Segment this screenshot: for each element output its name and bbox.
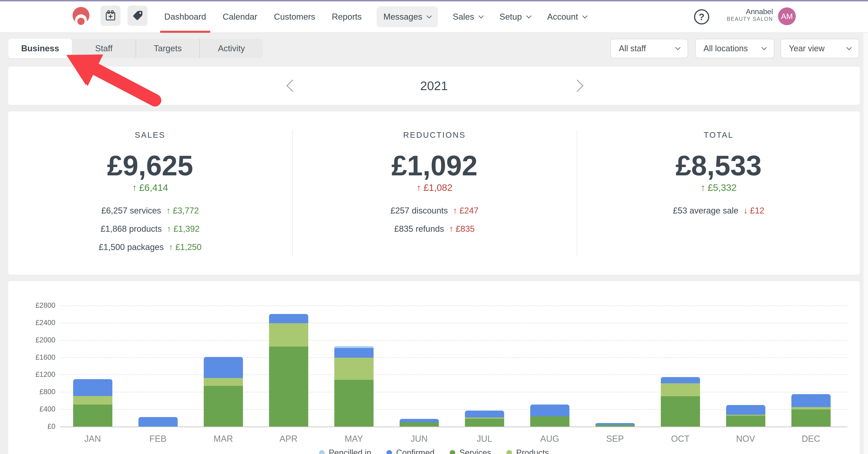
- stat-label-reductions: REDUCTIONS: [292, 130, 577, 140]
- stat-details-sales: £6,257 services↑£3,772£1,868 products↑£1…: [8, 201, 292, 256]
- stat-value-sales: £9,625: [8, 148, 292, 183]
- stacked-bar-feb[interactable]: [138, 417, 178, 426]
- legend-dot-icon: [319, 450, 324, 454]
- calendar-add-icon: [104, 10, 117, 22]
- legend-item-products[interactable]: Products: [506, 448, 549, 454]
- nav-item-reports[interactable]: Reports: [323, 1, 370, 32]
- bar-segment-products: [334, 358, 374, 380]
- tag-button[interactable]: [128, 5, 148, 26]
- bar-segment-services: [530, 416, 569, 426]
- stat-value-reductions: £1,092: [292, 148, 577, 183]
- bar-segment-services: [726, 416, 765, 426]
- stacked-bar-jul[interactable]: [465, 410, 504, 426]
- help-icon[interactable]: ?: [694, 9, 709, 25]
- legend-label: Confirmed: [396, 448, 434, 454]
- nav-item-text: Reports: [332, 12, 362, 22]
- user-org: BEAUTY SALON: [727, 16, 773, 22]
- x-axis-label-apr: APR: [256, 434, 321, 444]
- y-axis-tick-label: £1200: [21, 370, 55, 379]
- x-axis-label-mar: MAR: [191, 434, 256, 444]
- legend-label: Products: [516, 448, 549, 454]
- stacked-bar-apr[interactable]: [269, 314, 308, 426]
- avatar[interactable]: AM: [778, 7, 796, 25]
- stat-column-total: TOTAL£8,533↑£5,332£53 average sale↓£12: [577, 111, 860, 275]
- tab-business[interactable]: Business: [8, 39, 72, 58]
- location-filter-select[interactable]: All locations: [695, 39, 774, 58]
- bar-segment-services: [465, 419, 504, 426]
- legend-item-services[interactable]: Services: [450, 448, 491, 454]
- bar-slot-dec: [778, 306, 843, 426]
- view-filter-select[interactable]: Year view: [780, 39, 859, 58]
- stacked-bar-nov[interactable]: [726, 405, 765, 426]
- detail-text: £6,257 services: [101, 206, 161, 216]
- x-axis-label-may: MAY: [321, 434, 386, 444]
- tab-activity[interactable]: Activity: [199, 39, 263, 58]
- bar-segment-services: [334, 380, 374, 426]
- nav-item-label: Messages: [376, 6, 438, 27]
- stat-detail-row: £53 average sale↓£12: [577, 201, 860, 220]
- nav-item-label: Setup: [499, 12, 531, 22]
- detail-change: £12: [750, 206, 765, 216]
- legend-item-confirmed[interactable]: Confirmed: [386, 448, 434, 454]
- nav-item-setup[interactable]: Setup: [491, 1, 539, 32]
- nav-item-label: Reports: [332, 12, 362, 22]
- stat-detail-row: £257 discounts↑£247: [292, 201, 577, 220]
- stacked-bar-jan[interactable]: [73, 379, 112, 426]
- stat-change-value: £5,332: [708, 182, 737, 193]
- nav-item-sales[interactable]: Sales: [444, 1, 491, 32]
- bar-segment-confirmed: [334, 348, 374, 358]
- bar-segment-services: [595, 425, 635, 426]
- detail-change: £247: [460, 206, 478, 216]
- staff-filter-select[interactable]: All staff: [611, 39, 688, 58]
- x-axis-label-jul: JUL: [452, 434, 517, 444]
- chevron-down-icon: [526, 13, 531, 19]
- bar-segment-services: [204, 386, 243, 426]
- stacked-bar-sep[interactable]: [595, 423, 635, 426]
- main-nav: DashboardCalendarCustomersReportsMessage…: [156, 1, 595, 32]
- arrow-up-icon: ↑: [166, 206, 170, 216]
- bar-segment-pencilled-in: [334, 346, 374, 348]
- bar-slot-jan: [60, 306, 125, 426]
- stacked-bar-jun[interactable]: [400, 419, 439, 426]
- chart-legend: Pencilled inConfirmedServicesProducts: [8, 448, 860, 454]
- ovatu-logo-icon[interactable]: [72, 7, 90, 25]
- legend-label: Services: [459, 448, 491, 454]
- nav-item-text: Account: [547, 12, 578, 22]
- bar-slot-sep: [582, 306, 648, 426]
- bar-segment-confirmed: [792, 394, 831, 407]
- legend-item-pencilled-in[interactable]: Pencilled in: [319, 448, 371, 454]
- detail-text: £1,500 packages: [99, 243, 164, 252]
- stat-label-sales: SALES: [8, 130, 292, 140]
- arrow-up-icon: ↑: [167, 224, 171, 234]
- tab-staff[interactable]: Staff: [72, 39, 136, 58]
- bar-slot-apr: [256, 306, 321, 426]
- arrow-up-icon: ↑: [449, 224, 454, 234]
- nav-item-dashboard[interactable]: Dashboard: [156, 1, 214, 32]
- calendar-add-button[interactable]: [101, 5, 120, 26]
- stat-change-reductions: ↑£1,082: [292, 182, 577, 193]
- bar-segment-services: [661, 396, 700, 426]
- bar-segment-products: [661, 383, 700, 396]
- chevron-down-icon: [478, 13, 484, 19]
- legend-label: Pencilled in: [329, 448, 371, 454]
- tab-targets[interactable]: Targets: [136, 39, 199, 58]
- x-axis-label-jan: JAN: [60, 434, 125, 444]
- detail-change: £1,250: [175, 243, 202, 252]
- nav-item-account[interactable]: Account: [539, 1, 595, 32]
- bar-segment-confirmed: [269, 314, 308, 323]
- stat-change-value: £6,414: [139, 182, 168, 193]
- stacked-bar-oct[interactable]: [661, 377, 700, 426]
- nav-item-calendar[interactable]: Calendar: [214, 1, 266, 32]
- bar-segment-confirmed: [73, 379, 112, 396]
- user-block[interactable]: Annabel BEAUTY SALON: [727, 7, 773, 22]
- nav-item-customers[interactable]: Customers: [266, 1, 323, 32]
- stacked-bar-mar[interactable]: [204, 357, 243, 426]
- chevron-down-icon: [762, 45, 767, 50]
- stacked-bar-dec[interactable]: [792, 394, 831, 426]
- stacked-bar-aug[interactable]: [530, 404, 569, 426]
- nav-item-messages[interactable]: Messages: [370, 1, 444, 32]
- stacked-bar-may[interactable]: [334, 346, 374, 426]
- x-axis-label-sep: SEP: [582, 434, 648, 444]
- scrollbar-track[interactable]: [863, 1, 868, 454]
- bar-segment-confirmed: [465, 410, 504, 418]
